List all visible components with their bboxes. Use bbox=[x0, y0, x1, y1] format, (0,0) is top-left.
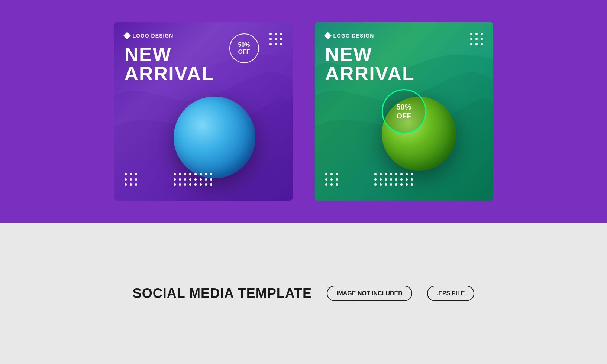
card-purple: LOGO DESIGN NEW ARRIVAL 50% OFF bbox=[114, 22, 293, 201]
logo-text-teal: LOGO DESIGN bbox=[333, 33, 374, 39]
logo-row-purple: LOGO DESIGN bbox=[125, 33, 282, 39]
dots-top-right-teal bbox=[470, 33, 483, 45]
dots-bottom-left-teal bbox=[325, 173, 338, 186]
dots-bottom-right-purple bbox=[174, 173, 212, 186]
discount-badge-purple: 50% OFF bbox=[229, 33, 259, 63]
logo-diamond-teal bbox=[324, 32, 332, 39]
sphere-purple bbox=[174, 97, 255, 178]
logo-diamond-purple bbox=[123, 32, 131, 39]
headline-teal: NEW ARRIVAL bbox=[325, 45, 483, 83]
image-not-included-badge[interactable]: IMAGE NOT INCLUDED bbox=[327, 286, 412, 301]
discount-badge-teal: 50% OFF bbox=[382, 89, 426, 134]
dots-bottom-left-purple bbox=[125, 173, 137, 186]
dots-bottom-right-teal bbox=[374, 173, 413, 186]
page-title: SOCIAL MEDIA TEMPLATE bbox=[133, 286, 312, 301]
card-teal: LOGO DESIGN NEW ARRIVAL 50% OFF bbox=[315, 22, 493, 201]
top-section: LOGO DESIGN NEW ARRIVAL 50% OFF bbox=[0, 0, 607, 223]
logo-row-teal: LOGO DESIGN bbox=[325, 33, 483, 39]
logo-text-purple: LOGO DESIGN bbox=[133, 33, 174, 39]
dots-top-right-purple bbox=[269, 33, 282, 45]
bottom-section: SOCIAL MEDIA TEMPLATE IMAGE NOT INCLUDED… bbox=[0, 223, 607, 364]
eps-file-badge[interactable]: .EPS FILE bbox=[427, 286, 475, 301]
